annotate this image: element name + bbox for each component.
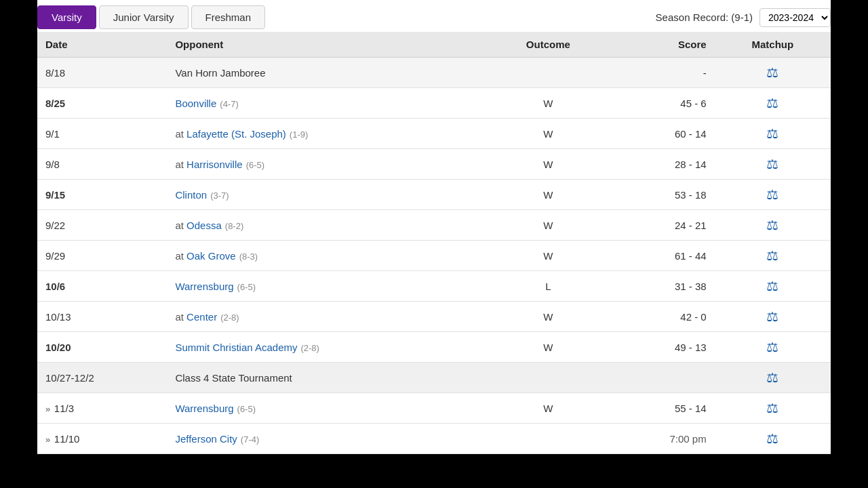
date-cell: 10/13: [37, 302, 167, 332]
opponent-link[interactable]: Summit Christian Academy: [175, 342, 297, 353]
col-date: Date: [37, 32, 167, 58]
at-prefix: at: [175, 250, 186, 262]
opponent-cell[interactable]: Boonville(4-7): [167, 88, 488, 119]
opponent-cell[interactable]: at Oak Grove(8-3): [167, 241, 488, 271]
matchup-cell[interactable]: ⚖: [715, 149, 831, 180]
outcome-cell: L: [488, 271, 608, 302]
matchup-icon[interactable]: ⚖: [766, 156, 778, 172]
season-select[interactable]: 2023-2024 2022-2023 2021-2022: [760, 8, 831, 27]
opponent-link[interactable]: Warrensburg: [175, 403, 233, 414]
score-cell: 24 - 21: [608, 210, 714, 241]
opponent-cell[interactable]: Jefferson City(7-4): [167, 424, 488, 454]
date-cell: 9/22: [37, 210, 167, 241]
score-cell: [608, 363, 714, 393]
outcome-cell: W: [488, 88, 608, 119]
date-cell: 9/29: [37, 241, 167, 271]
score-cell: 28 - 14: [608, 149, 714, 180]
matchup-cell[interactable]: ⚖: [715, 210, 831, 241]
matchup-cell[interactable]: ⚖: [715, 241, 831, 271]
opponent-cell: Class 4 State Tournament: [167, 363, 488, 393]
score-cell: 45 - 6: [608, 88, 714, 119]
tab-varsity[interactable]: Varsity: [37, 5, 96, 29]
matchup-icon[interactable]: ⚖: [766, 186, 778, 203]
matchup-cell[interactable]: ⚖: [715, 302, 831, 332]
matchup-icon[interactable]: ⚖: [766, 95, 778, 111]
table-row: 9/8at Harrisonville(6-5)W28 - 14⚖: [37, 149, 831, 180]
matchup-cell[interactable]: ⚖: [715, 332, 831, 363]
score-cell: 31 - 38: [608, 271, 714, 302]
tab-junior-varsity[interactable]: Junior Varsity: [99, 5, 189, 29]
matchup-icon[interactable]: ⚖: [766, 369, 778, 386]
matchup-icon[interactable]: ⚖: [766, 430, 778, 447]
table-row: » 11/3Warrensburg(6-5)W55 - 14⚖: [37, 393, 831, 424]
score-cell: -: [608, 58, 714, 88]
col-outcome: Outcome: [488, 32, 608, 58]
outcome-cell: [488, 58, 608, 88]
matchup-cell[interactable]: ⚖: [715, 424, 831, 454]
matchup-cell[interactable]: ⚖: [715, 119, 831, 149]
arrow-prefix: »: [45, 404, 53, 414]
score-cell: 7:00 pm: [608, 424, 714, 454]
at-prefix: at: [175, 311, 186, 323]
outcome-cell: W: [488, 210, 608, 241]
matchup-cell[interactable]: ⚖: [715, 363, 831, 393]
table-row: 10/20Summit Christian Academy(2-8)W49 - …: [37, 332, 831, 363]
at-prefix: at: [175, 128, 186, 140]
matchup-cell[interactable]: ⚖: [715, 58, 831, 88]
matchup-cell[interactable]: ⚖: [715, 88, 831, 119]
opponent-link[interactable]: Odessa: [186, 220, 222, 231]
opponent-link[interactable]: Oak Grove: [186, 250, 236, 262]
opponent-cell[interactable]: at Odessa(8-2): [167, 210, 488, 241]
opponent-cell[interactable]: Warrensburg(6-5): [167, 393, 488, 424]
matchup-icon[interactable]: ⚖: [766, 278, 778, 294]
opponent-link[interactable]: Harrisonville: [186, 159, 243, 170]
outcome-cell: W: [488, 302, 608, 332]
season-record: Season Record: (9-1): [656, 12, 753, 23]
at-prefix: at: [175, 159, 186, 170]
opponent-cell[interactable]: at Center(2-8): [167, 302, 488, 332]
opponent-record: (6-5): [237, 282, 256, 292]
opponent-link[interactable]: Jefferson City: [175, 433, 237, 445]
outcome-cell: W: [488, 332, 608, 363]
opponent-cell[interactable]: Warrensburg(6-5): [167, 271, 488, 302]
matchup-icon[interactable]: ⚖: [766, 217, 778, 233]
score-cell: 53 - 18: [608, 180, 714, 210]
matchup-icon[interactable]: ⚖: [766, 339, 778, 355]
opponent-link[interactable]: Warrensburg: [175, 281, 233, 292]
col-matchup: Matchup: [715, 32, 831, 58]
table-row: 10/13at Center(2-8)W42 - 0⚖: [37, 302, 831, 332]
date-cell: » 11/10: [37, 424, 167, 454]
table-row: 10/6Warrensburg(6-5)L31 - 38⚖: [37, 271, 831, 302]
score-cell: 49 - 13: [608, 332, 714, 363]
season-info: Season Record: (9-1) 2023-2024 2022-2023…: [656, 8, 831, 27]
schedule-table: Date Opponent Outcome Score Matchup 8/18…: [37, 32, 831, 454]
matchup-icon[interactable]: ⚖: [766, 64, 778, 81]
matchup-icon[interactable]: ⚖: [766, 308, 778, 325]
matchup-cell[interactable]: ⚖: [715, 180, 831, 210]
table-row: » 11/10Jefferson City(7-4)7:00 pm⚖: [37, 424, 831, 454]
outcome-cell: [488, 424, 608, 454]
matchup-icon[interactable]: ⚖: [766, 247, 778, 264]
opponent-record: (2-8): [220, 312, 239, 323]
tab-freshman[interactable]: Freshman: [191, 5, 266, 29]
opponent-cell: Van Horn Jamboree: [167, 58, 488, 88]
opponent-cell[interactable]: Clinton(3-7): [167, 180, 488, 210]
opponent-cell[interactable]: at Harrisonville(6-5): [167, 149, 488, 180]
opponent-record: (8-3): [239, 251, 258, 262]
table-header-row: Date Opponent Outcome Score Matchup: [37, 32, 831, 58]
opponent-link[interactable]: Center: [186, 311, 217, 323]
table-row: 8/18Van Horn Jamboree-⚖: [37, 58, 831, 88]
opponent-link[interactable]: Clinton: [175, 189, 207, 201]
matchup-icon[interactable]: ⚖: [766, 400, 778, 416]
matchup-cell[interactable]: ⚖: [715, 393, 831, 424]
matchup-icon[interactable]: ⚖: [766, 125, 778, 142]
opponent-record: (1-9): [290, 129, 308, 140]
opponent-cell[interactable]: at Lafayette (St. Joseph)(1-9): [167, 119, 488, 149]
matchup-cell[interactable]: ⚖: [715, 271, 831, 302]
table-row: 9/15Clinton(3-7)W53 - 18⚖: [37, 180, 831, 210]
outcome-cell: W: [488, 149, 608, 180]
opponent-link[interactable]: Boonville: [175, 98, 216, 109]
opponent-link[interactable]: Lafayette (St. Joseph): [186, 128, 286, 140]
opponent-cell[interactable]: Summit Christian Academy(2-8): [167, 332, 488, 363]
score-cell: 61 - 44: [608, 241, 714, 271]
